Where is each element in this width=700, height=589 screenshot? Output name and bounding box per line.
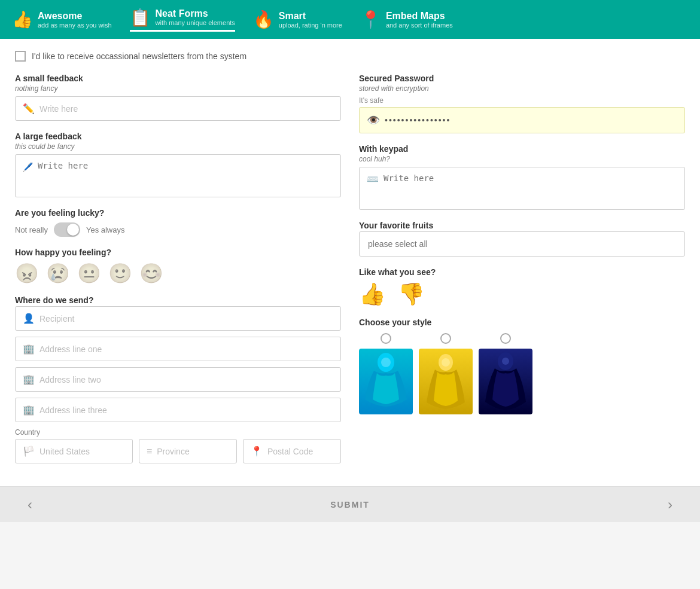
toggle-left-label: Not really (15, 225, 48, 234)
thumbs-up-button[interactable]: 👍 (359, 282, 386, 307)
password-sublabel: stored with encryption (359, 84, 685, 93)
main-content: I'd like to receive occassional newslett… (0, 39, 700, 486)
fruits-input[interactable] (359, 231, 685, 257)
country-value: United States (39, 447, 90, 456)
large-feedback-sublabel: this could be fancy (15, 142, 341, 151)
province-field[interactable]: ≡ Province (139, 439, 237, 463)
left-column: A small feedback nothing fancy ✏️ A larg… (15, 74, 341, 474)
svg-point-5 (502, 358, 509, 365)
right-column: Secured Password stored with encryption … (359, 74, 685, 474)
keypad-sublabel: cool huh? (359, 155, 685, 163)
header-embed-maps-title: Embed Maps (386, 11, 453, 22)
style-options (359, 333, 685, 414)
address-line1-field[interactable]: 🏢 Address line one (15, 337, 341, 361)
large-feedback-textarea[interactable] (38, 161, 333, 191)
blue-dress-image (359, 349, 413, 414)
small-feedback-input[interactable] (39, 104, 333, 114)
person-icon: 👤 (23, 313, 35, 324)
emoji-happy[interactable]: 🙂 (108, 262, 132, 285)
emoji-very-happy[interactable]: 😊 (139, 262, 163, 285)
lucky-label: Are you feeling lucky? (15, 208, 341, 218)
svg-point-3 (442, 358, 450, 367)
style-radio-yellow[interactable] (440, 333, 451, 344)
header-awesome-subtitle: add as many as you wish (38, 22, 112, 29)
thumbs-down-button[interactable]: 👎 (398, 282, 425, 307)
style-option-dark[interactable] (479, 333, 532, 414)
address-group: Where do we send? 👤 Recipient 🏢 Address … (15, 295, 341, 463)
header-awesome[interactable]: 👍 Awesome add as many as you wish (12, 10, 112, 29)
recipient-field[interactable]: 👤 Recipient (15, 306, 341, 331)
header-smart-subtitle: upload, rating 'n more (279, 22, 342, 29)
address-line3-field[interactable]: 🏢 Address line three (15, 398, 341, 422)
forms-icon: 📋 (130, 8, 151, 28)
style-group: Choose your style (359, 318, 685, 414)
address-icon-1: 🏢 (23, 343, 35, 355)
thumbs-up-icon: 👍 (12, 10, 33, 29)
keypad-label: With keypad (359, 144, 685, 154)
country-label: Country (15, 428, 341, 437)
like-label: Like what you see? (359, 267, 685, 277)
password-input-wrapper[interactable]: 👁️ •••••••••••••••• (359, 107, 685, 133)
emoji-sad[interactable]: 😢 (46, 262, 70, 285)
postal-icon: 📍 (251, 445, 263, 457)
lucky-toggle[interactable] (54, 222, 80, 237)
style-radio-dark[interactable] (500, 333, 511, 344)
newsletter-label: I'd like to receive occassional newslett… (32, 51, 246, 61)
header-smart-title: Smart (279, 11, 342, 22)
emoji-neutral[interactable]: 😐 (77, 262, 101, 285)
password-label: Secured Password (359, 74, 685, 83)
svg-point-1 (381, 358, 391, 367)
keypad-input-wrapper[interactable]: ⌨️ (359, 167, 685, 210)
fruits-group: Your favorite fruits (359, 221, 685, 257)
header-embed-maps-subtitle: and any sort of iframes (386, 22, 453, 29)
header: 👍 Awesome add as many as you wish 📋 Neat… (0, 0, 700, 39)
password-hint: It's safe (359, 96, 685, 105)
address-icon-3: 🏢 (23, 404, 35, 416)
keyboard-icon: ⌨️ (367, 173, 379, 185)
address-icon-2: 🏢 (23, 374, 35, 385)
newsletter-row: I'd like to receive occassional newslett… (15, 51, 685, 62)
large-feedback-wrapper[interactable]: 🖊️ (15, 154, 341, 197)
style-label: Choose your style (359, 318, 685, 327)
province-icon: ≡ (147, 446, 152, 457)
submit-button[interactable]: SUBMIT (330, 500, 370, 509)
country-row: 🏳️ United States ≡ Province 📍 Postal Cod… (15, 439, 341, 463)
address-line2-placeholder: Address line two (39, 375, 101, 384)
small-feedback-label: A small feedback (15, 74, 341, 83)
header-neat-forms-subtitle: with many unique elements (156, 19, 235, 26)
prev-button[interactable]: ‹ (18, 492, 42, 518)
emoji-angry[interactable]: 😠 (15, 262, 39, 285)
eye-icon[interactable]: 👁️ (367, 114, 380, 127)
address-line1-placeholder: Address line one (39, 344, 102, 354)
footer: ‹ SUBMIT › (0, 486, 700, 522)
toggle-right-label: Yes always (86, 225, 125, 234)
style-option-yellow[interactable] (419, 333, 473, 414)
toggle-row: Not really Yes always (15, 222, 341, 237)
password-dots: •••••••••••••••• (385, 115, 451, 125)
next-button[interactable]: › (658, 492, 682, 518)
keypad-textarea[interactable] (384, 173, 677, 203)
style-radio-blue[interactable] (381, 333, 391, 344)
flag-icon: 🏳️ (23, 445, 35, 457)
header-smart[interactable]: 🔥 Smart upload, rating 'n more (253, 10, 342, 29)
header-neat-forms[interactable]: 📋 Neat Forms with many unique elements (130, 8, 235, 32)
newsletter-checkbox[interactable] (15, 51, 26, 62)
yellow-dress-image (419, 349, 473, 414)
like-buttons-row: 👍 👎 (359, 282, 685, 307)
small-feedback-group: A small feedback nothing fancy ✏️ (15, 74, 341, 121)
pen-icon: 🖊️ (23, 162, 33, 172)
country-field[interactable]: 🏳️ United States (15, 439, 133, 463)
address-line2-field[interactable]: 🏢 Address line two (15, 367, 341, 392)
postal-field[interactable]: 📍 Postal Code (243, 439, 341, 463)
happy-label: How happy you feeling? (15, 248, 341, 257)
header-embed-maps[interactable]: 📍 Embed Maps and any sort of iframes (360, 10, 453, 29)
two-col-section: A small feedback nothing fancy ✏️ A larg… (15, 74, 685, 474)
style-option-blue[interactable] (359, 333, 413, 414)
fire-icon: 🔥 (253, 10, 274, 29)
keypad-group: With keypad cool huh? ⌨️ (359, 144, 685, 210)
pencil-icon: ✏️ (23, 103, 35, 114)
pin-icon: 📍 (360, 10, 381, 29)
small-feedback-input-wrapper[interactable]: ✏️ (15, 96, 341, 121)
recipient-placeholder: Recipient (39, 314, 74, 324)
happy-group: How happy you feeling? 😠 😢 😐 🙂 😊 (15, 248, 341, 285)
